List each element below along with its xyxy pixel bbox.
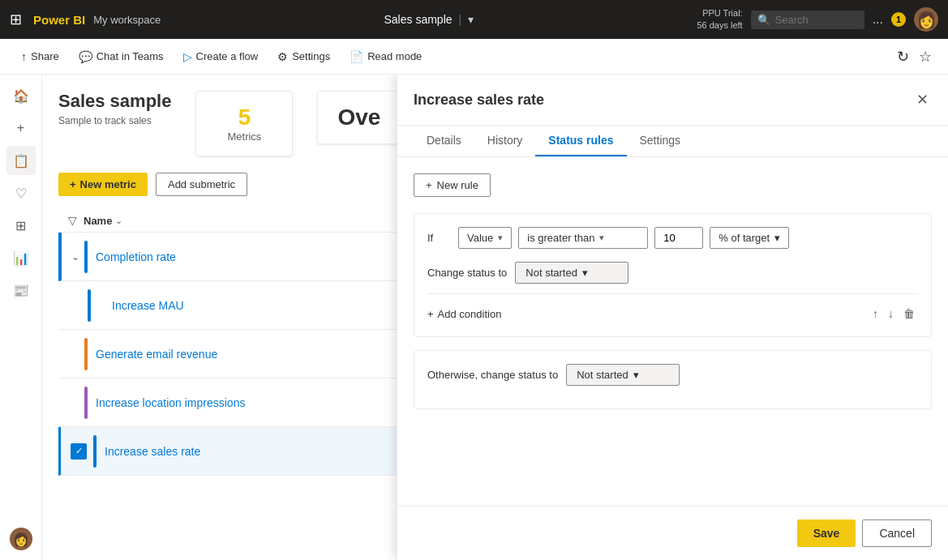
add-condition-button[interactable]: + Add condition [427,308,501,320]
rule-condition-row: If Value ▾ is greater than ▾ % of target [427,227,918,249]
report-name: Sales sample [384,13,452,26]
status-row: Change status to Not started ▾ [427,262,918,284]
panel-tabs: Details History Status rules Settings [397,126,948,157]
change-status-label: Change status to [427,267,507,279]
panel-footer: Save Cancel [397,506,948,560]
condition-field-select[interactable]: Value ▾ [458,227,512,249]
panel-title: Increase sales rate [414,92,913,109]
otherwise-row: Otherwise, change status to Not started … [427,364,918,386]
share-icon: ↑ [21,50,27,63]
create-flow-button[interactable]: ▷ Create a flow [175,47,267,66]
tab-details[interactable]: Details [414,126,474,156]
search-input[interactable] [775,14,848,26]
report-dropdown-btn[interactable]: ▾ [468,13,474,26]
main-layout: 🏠 + 📋 ♡ ⊞ 📊 📰 👩 Sales sample Sample to t… [0,75,948,560]
move-up-button[interactable]: ↑ [869,304,882,323]
condition-value-input[interactable] [654,227,703,249]
plus-icon: + [70,178,76,190]
tab-settings[interactable]: Settings [627,126,694,156]
chevron-down-icon-4: ▾ [582,267,588,279]
metrics-count-number: 5 [216,105,272,130]
sidebar-home-icon[interactable]: 🏠 [6,81,36,110]
topbar: ⊞ Power BI My workspace Sales sample | ▾… [0,0,948,39]
expand-icon[interactable]: ⌄ [71,251,79,263]
tab-history[interactable]: History [474,126,536,156]
brand-logo: Power BI [33,13,85,27]
new-rule-button[interactable]: + New rule [414,173,491,197]
panel-header: Increase sales rate ✕ [397,75,948,126]
avatar[interactable]: 👩 [914,7,938,32]
read-mode-button[interactable]: 📄 Read mode [341,47,430,66]
secondary-toolbar: ↑ Share 💬 Chat in Teams ▷ Create a flow … [0,39,948,75]
panel-close-button[interactable]: ✕ [913,88,932,112]
rule-divider [427,293,918,294]
chevron-down-icon-5: ▾ [633,369,639,381]
check-icon: ✓ [71,443,87,460]
metric-indicator-location [84,387,88,419]
chevron-down-icon-3: ▾ [774,232,780,244]
otherwise-section: Otherwise, change status to Not started … [414,350,932,409]
metric-indicator-email [84,338,88,370]
content-area: Sales sample Sample to track sales 5 Met… [42,75,948,560]
search-box[interactable]: 🔍 [751,11,864,29]
move-down-button[interactable]: ↓ [885,304,897,323]
scorecard-subtitle: Sample to track sales [58,115,171,126]
refresh-button[interactable]: ↻ [894,45,912,69]
plus-icon-rule: + [426,179,432,191]
plus-icon-condition: + [427,308,434,320]
settings-button[interactable]: ⚙ Settings [269,47,338,66]
add-condition-row: + Add condition ↑ ↓ 🗑 [427,304,918,323]
read-icon: 📄 [350,50,363,63]
rule-section: If Value ▾ is greater than ▾ % of target [414,213,932,337]
otherwise-value-select[interactable]: Not started ▾ [566,364,680,386]
sidebar-learn-icon[interactable]: 📰 [6,276,36,305]
flow-icon: ▷ [183,50,192,63]
filter-icon[interactable]: ▽ [68,214,77,227]
add-submetric-button[interactable]: Add submetric [156,173,247,196]
sidebar-browse-icon[interactable]: 📋 [6,146,36,175]
chevron-down-icon-2: ▾ [599,233,604,243]
metrics-count-card: 5 Metrics [195,91,293,156]
tab-status-rules[interactable]: Status rules [535,126,626,156]
sidebar-avatar[interactable]: 👩 [10,528,32,550]
metric-indicator [84,241,88,273]
chevron-down-icon: ▾ [498,233,503,243]
over-number: Ove [337,105,380,130]
waffle-icon[interactable]: ⊞ [10,11,22,28]
settings-icon: ⚙ [277,50,288,63]
right-panel: Increase sales rate ✕ Details History St… [397,75,948,560]
metrics-count-label: Metrics [216,130,272,143]
sort-icon[interactable]: ⌄ [115,216,122,226]
sidebar-apps-icon[interactable]: ⊞ [6,211,36,240]
favorite-button[interactable]: ☆ [916,45,935,69]
otherwise-label: Otherwise, change status to [427,369,558,381]
teams-icon: 💬 [79,50,92,63]
over-card: Ove [317,91,401,144]
metric-indicator-sales [93,435,97,468]
chat-in-teams-button[interactable]: 💬 Chat in Teams [71,47,172,66]
notification-badge[interactable]: 1 [891,12,906,27]
rule-actions: ↑ ↓ 🗑 [869,304,918,323]
more-icon[interactable]: ... [873,12,883,27]
save-button[interactable]: Save [797,519,856,547]
trial-info: PPU Trial: 56 days left [697,7,742,32]
if-label: If [427,232,452,244]
workspace-name[interactable]: My workspace [93,14,161,26]
condition-unit-select[interactable]: % of target ▾ [710,227,789,249]
sidebar-metrics-icon[interactable]: 📊 [6,243,36,272]
separator: | [459,13,462,26]
sidebar-create-icon[interactable]: + [6,113,36,143]
metric-indicator-mau [88,289,91,322]
status-value-select[interactable]: Not started ▾ [515,262,628,284]
condition-operator-select[interactable]: is greater than ▾ [518,227,648,249]
cancel-button[interactable]: Cancel [862,519,932,547]
left-sidebar: 🏠 + 📋 ♡ ⊞ 📊 📰 👩 [0,75,42,560]
sidebar-favorites-icon[interactable]: ♡ [6,178,36,207]
delete-rule-button[interactable]: 🗑 [900,304,918,323]
scorecard-title: Sales sample [58,91,171,112]
search-icon: 🔍 [757,14,770,26]
panel-content: + New rule If Value ▾ is greater than [397,157,948,506]
name-col-header: Name [84,215,112,227]
new-metric-button[interactable]: + New metric [58,173,148,196]
share-button[interactable]: ↑ Share [13,47,67,66]
